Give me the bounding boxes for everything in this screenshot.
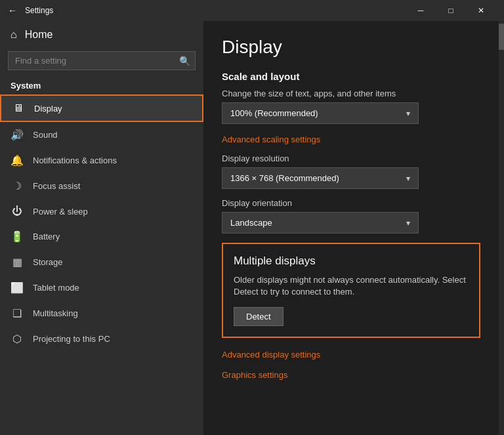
sidebar-item-projecting[interactable]: ⬡ Projecting to this PC (0, 326, 203, 352)
scrollbar-track[interactable] (499, 21, 504, 435)
sidebar-item-battery[interactable]: 🔋 Battery (0, 224, 203, 249)
resolution-value: 1366 × 768 (Recommended) (230, 173, 339, 183)
home-label: Home (25, 29, 53, 41)
sidebar-item-label: Storage (33, 257, 63, 267)
maximize-button[interactable]: □ (436, 0, 466, 21)
sidebar-item-display[interactable]: 🖥 Display (0, 94, 203, 122)
sidebar-item-power[interactable]: ⏻ Power & sleep (0, 199, 203, 224)
sidebar-item-notifications[interactable]: 🔔 Notifications & actions (0, 148, 203, 173)
page-title: Display (222, 37, 480, 58)
resolution-dropdown[interactable]: 1366 × 768 (Recommended) ▾ (222, 167, 419, 189)
search-icon: 🔍 (179, 56, 190, 66)
minimize-button[interactable]: ─ (406, 0, 436, 21)
power-icon: ⏻ (10, 205, 24, 217)
sidebar-item-label: Multitasking (33, 308, 78, 318)
sidebar-item-label: Sound (33, 130, 58, 140)
close-button[interactable]: ✕ (466, 0, 496, 21)
sidebar-item-label: Battery (33, 232, 60, 241)
projecting-icon: ⬡ (10, 333, 24, 345)
sidebar-item-storage[interactable]: ▦ Storage (0, 249, 203, 275)
multiple-displays-box: Multiple displays Older displays might n… (222, 243, 480, 338)
multiple-displays-title: Multiple displays (234, 255, 469, 268)
titlebar: ← Settings ─ □ ✕ (0, 0, 504, 21)
sidebar-item-label: Display (34, 104, 62, 114)
scale-section-title: Scale and layout (222, 71, 480, 82)
orientation-label: Display orientation (222, 198, 480, 208)
detect-button[interactable]: Detect (234, 307, 284, 326)
search-container: 🔍 (8, 51, 196, 70)
sidebar-item-sound[interactable]: 🔊 Sound (0, 122, 203, 148)
chevron-down-icon: ▾ (406, 174, 410, 183)
sidebar-home[interactable]: ⌂ Home (0, 21, 203, 49)
chevron-down-icon: ▾ (406, 218, 410, 228)
tablet-icon: ⬜ (10, 281, 24, 294)
scale-value: 100% (Recommended) (230, 108, 318, 118)
multiple-displays-description: Older displays might not always connect … (234, 274, 469, 298)
sidebar-item-label: Tablet mode (33, 283, 79, 293)
multitasking-icon: ❏ (10, 307, 24, 320)
graphics-settings-link[interactable]: Graphics settings (222, 370, 287, 380)
sidebar-item-multitasking[interactable]: ❏ Multitasking (0, 300, 203, 326)
sidebar: ⌂ Home 🔍 System 🖥 Display 🔊 Sound 🔔 Noti… (0, 21, 203, 435)
resolution-label: Display resolution (222, 154, 480, 163)
scrollbar-thumb[interactable] (499, 24, 504, 50)
search-input[interactable] (8, 51, 196, 70)
sidebar-item-label: Focus assist (33, 181, 80, 191)
display-icon: 🖥 (12, 102, 25, 114)
main-layout: ⌂ Home 🔍 System 🖥 Display 🔊 Sound 🔔 Noti… (0, 21, 504, 435)
focus-icon: ☽ (10, 180, 24, 192)
advanced-scaling-link[interactable]: Advanced scaling settings (222, 135, 320, 144)
sidebar-item-label: Power & sleep (33, 207, 88, 217)
orientation-dropdown[interactable]: Landscape ▾ (222, 212, 419, 234)
battery-icon: 🔋 (10, 230, 24, 243)
advanced-display-link[interactable]: Advanced display settings (222, 350, 320, 360)
storage-icon: ▦ (10, 256, 24, 268)
sidebar-item-focus[interactable]: ☽ Focus assist (0, 173, 203, 199)
scale-label: Change the size of text, apps, and other… (222, 89, 480, 98)
sidebar-item-tablet[interactable]: ⬜ Tablet mode (0, 275, 203, 300)
notifications-icon: 🔔 (10, 154, 24, 167)
sound-icon: 🔊 (10, 129, 24, 141)
sidebar-item-label: Notifications & actions (33, 155, 117, 165)
orientation-value: Landscape (230, 218, 272, 228)
sidebar-item-label: Projecting to this PC (33, 334, 110, 344)
sidebar-section-title: System (0, 75, 203, 94)
content-area: Display Scale and layout Change the size… (203, 21, 499, 435)
window-title: Settings (25, 6, 53, 15)
home-icon: ⌂ (10, 29, 17, 41)
scale-dropdown[interactable]: 100% (Recommended) ▾ (222, 102, 419, 124)
window-controls: ─ □ ✕ (406, 0, 496, 21)
back-button[interactable]: ← (8, 5, 17, 16)
chevron-down-icon: ▾ (406, 109, 410, 118)
